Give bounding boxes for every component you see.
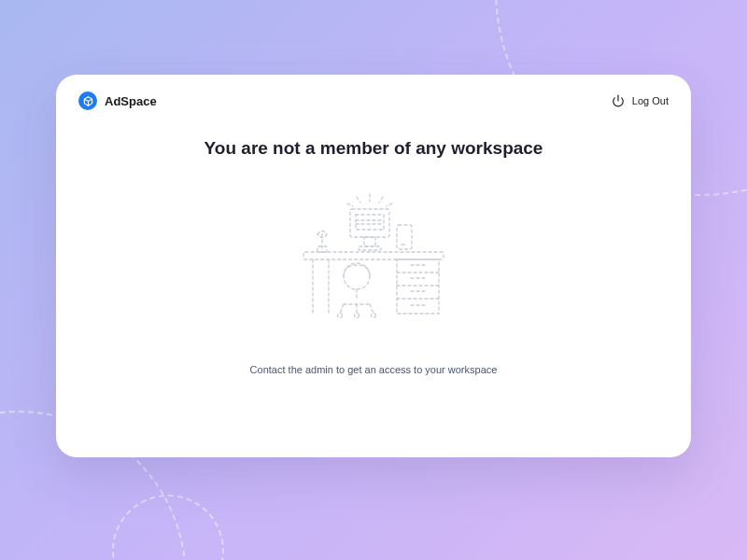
svg-point-35 (355, 314, 359, 318)
logout-label: Log Out (632, 95, 669, 106)
svg-line-23 (387, 203, 392, 206)
svg-line-31 (340, 304, 344, 314)
empty-state-title: You are not a member of any workspace (204, 138, 543, 159)
background-decoration (112, 495, 224, 560)
empty-state-subtitle: Contact the admin to get an access to yo… (250, 364, 498, 375)
card-body: You are not a member of any workspace (56, 127, 691, 457)
svg-point-34 (338, 314, 343, 318)
empty-state-card: AdSpace Log Out You are not a member of … (56, 75, 691, 457)
desk-illustration (271, 183, 476, 336)
svg-rect-14 (356, 215, 384, 230)
svg-line-22 (347, 203, 353, 206)
card-header: AdSpace Log Out (56, 75, 691, 127)
svg-line-32 (370, 304, 374, 314)
logout-button[interactable]: Log Out (612, 94, 669, 107)
brand[interactable]: AdSpace (78, 91, 157, 110)
brand-name: AdSpace (105, 94, 157, 108)
brand-logo-icon (78, 91, 97, 110)
svg-rect-2 (303, 252, 444, 259)
svg-rect-18 (359, 246, 381, 250)
svg-rect-24 (397, 225, 412, 249)
power-icon (612, 94, 625, 107)
svg-line-20 (357, 197, 360, 203)
svg-point-36 (372, 314, 376, 318)
svg-line-21 (379, 197, 383, 203)
svg-rect-17 (364, 237, 375, 246)
